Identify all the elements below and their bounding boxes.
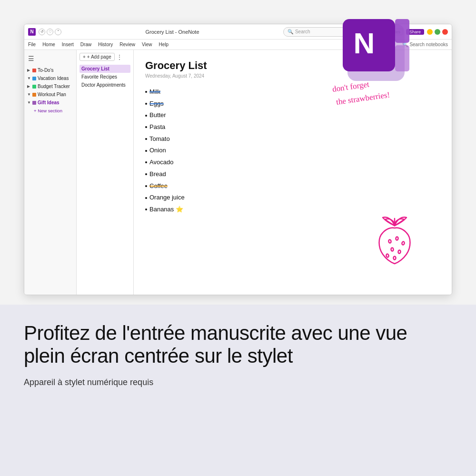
list-item-text: Bread: [149, 169, 166, 180]
notebook-color-workout: [32, 93, 36, 97]
pages-panel: + + Add page ⋮ Grocery List Favorite Rec…: [77, 50, 134, 295]
sidebar-item-vacation[interactable]: ▼ Vacation Ideas: [24, 74, 76, 82]
sidebar-item-workout[interactable]: ▼ Workout Plan: [24, 90, 76, 99]
bullet-icon: [145, 161, 147, 163]
list-item: Pasta: [145, 121, 440, 133]
add-icon: +: [83, 54, 86, 60]
page-options-icon[interactable]: ⋮: [117, 54, 122, 60]
ribbon-help[interactable]: Help: [159, 42, 169, 47]
sidebar-item-gift[interactable]: ▼ Gift Ideas: [24, 99, 76, 107]
list-item: Coffee: [145, 180, 440, 192]
list-item: Bread: [145, 169, 440, 180]
ribbon-draw[interactable]: Draw: [80, 42, 91, 47]
page-label-recipes: Favorite Recipes: [81, 74, 117, 79]
search-placeholder: Search: [295, 29, 310, 34]
strawberry-illustration: [357, 204, 433, 280]
nav-icons: ↺ ♡ ⌃: [39, 29, 61, 35]
ribbon-file[interactable]: File: [28, 42, 36, 47]
bookmark-icon[interactable]: ⌃: [55, 29, 61, 35]
maximize-button[interactable]: [435, 29, 440, 35]
sidebar-item-budget[interactable]: ▶ Budget Tracker: [24, 82, 76, 90]
minimize-button[interactable]: [427, 29, 433, 35]
notebook-label-workout: Workout Plan: [38, 92, 66, 97]
svg-point-8: [388, 239, 391, 243]
chevron-icon: ▶: [27, 68, 31, 72]
list-item-text: Eggs: [149, 98, 164, 110]
page-item-recipes[interactable]: Favorite Recipes: [79, 73, 130, 81]
bullet-icon: [145, 173, 147, 175]
ribbon-home[interactable]: Home: [42, 42, 55, 47]
marketing-headline: Profitez de l'entrée manuscrite avec une…: [24, 322, 452, 368]
bullet-icon: [145, 208, 147, 210]
svg-rect-2: [395, 19, 409, 43]
page-label-grocery: Grocery List: [81, 66, 109, 71]
list-item-text: Pasta: [149, 121, 165, 133]
svg-point-12: [398, 250, 401, 254]
ribbon-review[interactable]: Review: [119, 42, 135, 47]
notebook-label-vacation: Vacation Ideas: [38, 76, 69, 81]
forward-icon[interactable]: ♡: [47, 29, 53, 35]
notebook-color-gift: [32, 101, 36, 105]
search-icon: 🔍: [288, 29, 293, 34]
chevron-icon: ▼: [27, 100, 31, 105]
svg-rect-3: [395, 45, 409, 71]
notebook-label-todos: To-Do's: [38, 68, 54, 73]
bullet-icon: [145, 185, 147, 187]
list-item-text: Bananas ⭐: [149, 204, 183, 216]
onenote-logo: N: [338, 14, 414, 90]
page-label-doctor: Doctor Appointments: [81, 82, 126, 88]
svg-point-14: [394, 257, 396, 260]
bullet-icon: [145, 197, 147, 199]
list-item-text: Butter: [149, 109, 166, 121]
pages-toolbar: + + Add page ⋮: [79, 53, 130, 61]
bullet-icon: [145, 115, 147, 117]
list-item-text: Avocado: [149, 157, 173, 169]
list-item-text: Tomato: [149, 133, 170, 145]
ribbon-view[interactable]: View: [142, 42, 152, 47]
page-item-doctor[interactable]: Doctor Appointments: [79, 81, 130, 89]
list-item: Onion: [145, 145, 440, 157]
bullet-icon: [145, 150, 147, 152]
bullet-icon: [145, 103, 147, 105]
notebook-sidebar: ☰ ▶ To-Do's ▼ Vacation Ideas ▶ Budget Tr…: [24, 50, 77, 295]
add-page-label: + Add page: [87, 54, 111, 60]
svg-point-13: [386, 254, 389, 258]
ribbon-history[interactable]: History: [98, 42, 113, 47]
search-notebooks-label: Search notebooks: [409, 42, 448, 47]
list-item-text: Milk: [149, 86, 160, 98]
bullet-icon: [145, 126, 147, 128]
notebook-color-budget: [32, 85, 36, 89]
list-item: Avocado: [145, 157, 440, 169]
new-section-label: + New section: [34, 108, 62, 113]
bullet-icon: [145, 91, 147, 93]
chevron-icon: ▶: [27, 84, 31, 89]
window-title: Grocery List - OneNote: [64, 29, 280, 35]
new-section-button[interactable]: + New section: [24, 107, 76, 115]
list-item-text: Coffee: [149, 180, 168, 192]
svg-point-10: [402, 241, 405, 245]
marketing-section: Profitez de l'entrée manuscrite avec une…: [0, 305, 476, 476]
page-item-grocery[interactable]: Grocery List: [79, 65, 130, 73]
list-item: Tomato: [145, 133, 440, 145]
notebook-label-budget: Budget Tracker: [38, 84, 70, 89]
svg-point-11: [391, 248, 394, 251]
chevron-icon: ▼: [27, 92, 31, 97]
add-page-button[interactable]: + + Add page: [79, 53, 115, 61]
list-item-text: Orange juice: [149, 192, 185, 204]
notebook-label-gift: Gift Ideas: [38, 100, 60, 105]
notebook-color-todos: [32, 69, 36, 72]
close-button[interactable]: [442, 29, 448, 35]
back-icon[interactable]: ↺: [39, 29, 45, 35]
app-icon: N: [28, 28, 36, 36]
svg-text:the strawberries!: the strawberries!: [336, 90, 390, 107]
sidebar-toggle[interactable]: ☰: [26, 54, 36, 63]
sidebar-item-todos[interactable]: ▶ To-Do's: [24, 66, 76, 74]
window-controls: [427, 29, 448, 35]
ribbon-insert[interactable]: Insert: [62, 42, 74, 47]
marketing-subtext: Appareil à stylet numérique requis: [24, 377, 452, 387]
svg-text:N: N: [354, 27, 375, 60]
notebook-color-vacation: [32, 77, 36, 80]
list-item-onion: Onion: [149, 145, 166, 157]
list-item: Orange juice: [145, 192, 440, 204]
svg-point-9: [396, 237, 398, 240]
